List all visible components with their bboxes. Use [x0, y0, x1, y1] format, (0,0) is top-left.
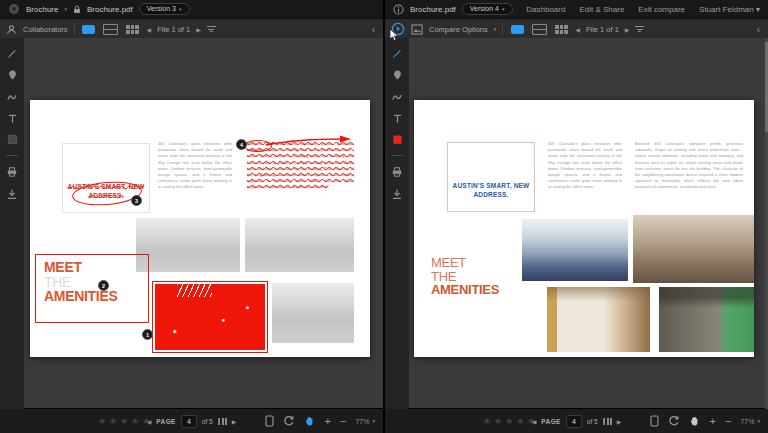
file-next-arrow[interactable]: ▶ [196, 26, 201, 33]
pan-hand-icon[interactable] [689, 415, 701, 428]
collaborators-icon[interactable] [6, 24, 17, 35]
grid-view-button[interactable] [553, 23, 569, 36]
star-icon[interactable]: ★ [98, 417, 106, 426]
version-label: Version 3 [147, 5, 176, 12]
filmstrip-view-button[interactable] [103, 23, 119, 36]
heading-meet: MEET [431, 256, 499, 270]
grid-view-button[interactable] [125, 23, 141, 36]
page-next-arrow[interactable]: ▶ [617, 418, 622, 425]
file-prev-arrow[interactable]: ◀ [147, 26, 152, 33]
filmstrip-view-button[interactable] [531, 23, 547, 36]
page-prev-arrow[interactable]: ◀ [147, 418, 152, 425]
chevron-down-icon: ▾ [372, 418, 375, 424]
version-selector[interactable]: Version 3 ▾ [139, 3, 190, 15]
text-tool-icon[interactable] [7, 113, 18, 124]
collapse-panel-chevron[interactable]: ‹ [372, 24, 375, 35]
zoom-in-button[interactable]: + [325, 416, 331, 427]
left-proof-panel: Brochure ▾ Brochure.pdf Version 3 ▾ Coll… [0, 0, 383, 433]
proof-menu[interactable]: Brochure [26, 5, 58, 14]
star-icon[interactable]: ★ [494, 417, 502, 426]
zoom-out-button[interactable]: − [725, 416, 731, 427]
photo-gym [547, 287, 650, 352]
page-number-input[interactable] [181, 415, 197, 428]
collapse-panel-chevron[interactable]: ‹ [757, 24, 760, 35]
star-icon[interactable]: ★ [483, 417, 491, 426]
color-swatch-icon-red[interactable] [392, 134, 403, 145]
info-icon[interactable] [393, 4, 404, 15]
body-paragraph-1: 405 Colorado's glass elevators offer pan… [548, 141, 622, 191]
zoom-in-button[interactable]: + [710, 416, 716, 427]
filename-label: Brochure.pdf [87, 5, 133, 14]
device-preview-icon[interactable] [265, 415, 274, 427]
zoom-out-button[interactable]: − [340, 416, 346, 427]
document-page-v4[interactable]: AUSTIN'S SMART, NEW ADDRESS. 405 Colorad… [414, 100, 754, 357]
download-icon[interactable] [6, 188, 18, 200]
zoom-controls: + − 77% ▾ [650, 409, 760, 433]
right-proof-panel: Brochure.pdf Version 4 ▾ Dashboard Edit … [385, 0, 768, 433]
page-next-arrow[interactable]: ▶ [232, 418, 237, 425]
chevron-down-icon: ▾ [494, 26, 497, 32]
comment-pin[interactable]: 1 [142, 329, 153, 340]
markup-arrow [262, 134, 354, 148]
heading-meet: MEET [44, 260, 148, 275]
dashboard-link[interactable]: Dashboard [526, 5, 565, 14]
comment-pin-tool-icon[interactable] [392, 69, 403, 81]
left-canvas: AUSTIN'S SMART, NEW ADDRESS. 3 405 Color… [0, 38, 383, 409]
pencil-tool-icon[interactable] [391, 47, 403, 59]
filter-icon[interactable] [207, 26, 216, 32]
star-icon[interactable]: ★ [516, 417, 524, 426]
exit-compare-link[interactable]: Exit compare [638, 5, 685, 14]
pin-number: 4 [240, 142, 243, 148]
single-view-button[interactable] [81, 23, 97, 36]
photo-lounge-grayscale [136, 218, 240, 272]
pencil-tool-icon[interactable] [6, 47, 18, 59]
comment-pin[interactable]: 4 [236, 139, 247, 150]
print-icon[interactable] [6, 166, 18, 178]
collaborators-button[interactable]: Collaborators [23, 25, 68, 34]
device-preview-icon[interactable] [650, 415, 659, 427]
thumbnails-icon[interactable] [603, 418, 612, 425]
freehand-tool-icon[interactable] [391, 91, 403, 103]
page-number-input[interactable] [566, 415, 582, 428]
page-total-label: of 5 [202, 418, 213, 425]
rating-stars[interactable]: ★★★★★ [483, 409, 535, 433]
edit-share-link[interactable]: Edit & Share [579, 5, 624, 14]
page-label: PAGE [541, 418, 561, 425]
download-icon[interactable] [391, 188, 403, 200]
star-icon[interactable]: ★ [505, 417, 513, 426]
filter-icon[interactable] [635, 26, 644, 32]
compare-image-icon[interactable] [411, 24, 423, 35]
zoom-level[interactable]: 77% [355, 418, 369, 425]
rotate-icon[interactable] [668, 415, 680, 427]
lock-icon [73, 5, 81, 14]
app-menu-icon[interactable] [8, 3, 20, 15]
print-icon[interactable] [391, 166, 403, 178]
freehand-tool-icon[interactable] [6, 91, 18, 103]
pin-number: 2 [102, 283, 105, 289]
page-navigation: ◀ PAGE of 5 ▶ [147, 409, 237, 433]
page-prev-arrow[interactable]: ◀ [532, 418, 537, 425]
zoom-controls: + − 77% ▾ [265, 409, 375, 433]
compare-options-button[interactable]: Compare Options [429, 25, 488, 34]
file-next-arrow[interactable]: ▶ [625, 26, 630, 33]
file-prev-arrow[interactable]: ◀ [575, 26, 580, 33]
version-selector[interactable]: Version 4 ▾ [462, 3, 513, 15]
document-page-v3[interactable]: AUSTIN'S SMART, NEW ADDRESS. 3 405 Color… [30, 100, 370, 357]
pan-hand-icon[interactable] [304, 415, 316, 428]
comment-pin-tool-icon[interactable] [7, 69, 18, 81]
comment-pin[interactable]: 3 [131, 195, 142, 206]
zoom-level[interactable]: 77% [740, 418, 754, 425]
single-view-button[interactable] [509, 23, 525, 36]
left-footer: ★★★★★ ◀ PAGE of 5 ▶ + − 77% ▾ [0, 408, 383, 433]
comment-pin[interactable]: 2 [98, 280, 109, 291]
rotate-icon[interactable] [283, 415, 295, 427]
color-swatch-icon[interactable] [7, 134, 18, 145]
photo-cafe-grayscale [245, 218, 354, 272]
user-menu[interactable]: Stuart Feldman ▾ [699, 5, 760, 14]
star-icon[interactable]: ★ [131, 417, 139, 426]
text-tool-icon[interactable] [392, 113, 403, 124]
star-icon[interactable]: ★ [120, 417, 128, 426]
rating-stars[interactable]: ★★★★★ [98, 409, 150, 433]
star-icon[interactable]: ★ [109, 417, 117, 426]
thumbnails-icon[interactable] [218, 418, 227, 425]
